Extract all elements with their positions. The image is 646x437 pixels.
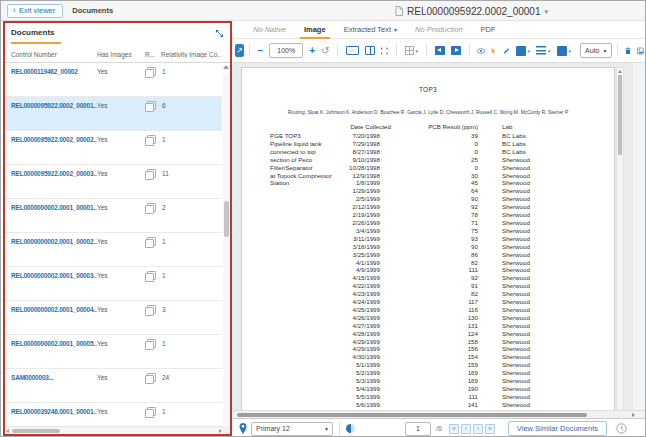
page-navigation: « ‹ › » <box>449 424 495 434</box>
document-list-row[interactable]: REL0000000002.0001_00003.. Yes 1 <box>5 267 222 301</box>
zoom-in-button[interactable]: + <box>309 45 315 56</box>
scroll-left-arrow-icon[interactable] <box>6 429 9 433</box>
image-pages-icon <box>145 101 156 112</box>
page-nav-button[interactable]: › <box>473 424 483 434</box>
column-r-truncated[interactable]: R... <box>145 51 155 58</box>
document-list-row[interactable]: REL0000119462_00002 Yes 1 <box>5 63 222 97</box>
scroll-right-arrow-icon[interactable] <box>219 429 222 433</box>
scroll-up-arrow-icon[interactable] <box>223 65 229 69</box>
date-collected-value: 4/29/1999 <box>242 345 394 353</box>
tab-image[interactable]: Image <box>304 25 326 34</box>
lab-value: Sherwood <box>478 345 614 353</box>
page-vertical-scrollbar[interactable] <box>616 67 624 416</box>
document-table-row: 4/22/1999 91 Sherwood <box>242 282 614 290</box>
document-list-row[interactable]: REL0000039246.0001_00001.. Yes 1 <box>5 403 222 426</box>
control-number-link[interactable]: REL0000095922.0002_00001.. <box>11 102 97 109</box>
imaging-profile-select[interactable]: Primary 12 ▾ <box>251 422 333 436</box>
date-collected-value: 5/3/1999 <box>242 377 394 385</box>
pcb-result-value: 169 <box>394 369 478 377</box>
history-clock-icon[interactable] <box>616 423 627 434</box>
scroll-right-arrow-icon[interactable] <box>632 413 635 417</box>
column-relativity-image-count[interactable]: Relativity Image Co.. <box>161 51 225 58</box>
document-table-row: 3/25/1999 86 Sherwood <box>242 251 614 259</box>
document-list-row[interactable]: SAM0000003... Yes 24 <box>5 369 222 403</box>
pcb-result-value: 64 <box>394 187 478 195</box>
trash-icon[interactable] <box>625 46 631 56</box>
tab-pdf[interactable]: PDF <box>481 25 496 34</box>
document-table-row: 9/10/1998 25 Sherwood <box>242 156 614 164</box>
documents-horizontal-scrollbar[interactable] <box>5 426 223 434</box>
show-highlights-eye-icon[interactable] <box>477 47 485 55</box>
document-page[interactable]: TOP3 Routing: Sloat K. Johnson K. Anders… <box>241 67 615 416</box>
control-number-link[interactable]: REL0000000002.0001_00003.. <box>11 272 97 279</box>
date-collected-value: 4/25/1999 <box>242 306 394 314</box>
page-horizontal-scrollbar[interactable] <box>233 410 646 418</box>
selector-pointer-icon[interactable] <box>491 46 496 56</box>
highlight-profile-selector[interactable]: ▾ <box>536 46 551 55</box>
image-pages-icon <box>145 135 156 146</box>
scrollbar-thumb[interactable] <box>12 429 60 433</box>
next-image-icon[interactable] <box>451 46 461 55</box>
page-nav-button[interactable]: « <box>449 424 459 434</box>
layout-selector[interactable]: ▾ <box>405 46 419 55</box>
exit-viewer-button[interactable]: ‹ Exit viewer <box>7 4 63 18</box>
markup-set-select[interactable]: Auto ▾ <box>580 43 611 58</box>
control-number-link[interactable]: REL0000000002.0001_00005.. <box>11 340 97 347</box>
documents-list: REL0000119462_00002 Yes 1 REL0000095922.… <box>5 63 222 426</box>
relativity-image-count-value: 1 <box>162 68 166 75</box>
control-number-link[interactable]: REL0000119462_00002 <box>11 68 97 75</box>
document-list-row[interactable]: REL0000000002.0001_00004.. Yes 3 <box>5 301 222 335</box>
lab-value: Sherwood <box>478 330 614 338</box>
relativity-image-count-value: 1 <box>162 238 166 245</box>
control-number-link[interactable]: SAM0000003... <box>11 374 97 381</box>
lab-value: Sherwood <box>478 401 614 409</box>
scrollbar-thumb[interactable] <box>618 75 622 155</box>
document-list-row[interactable]: REL0000095922.0002_00001.. Yes 6 <box>5 97 222 131</box>
page-nav-button[interactable]: » <box>485 424 495 434</box>
control-number-link[interactable]: REL0000000002.0001_00001.. <box>11 204 97 211</box>
control-number-link[interactable]: REL0000095922.0002_00003.. <box>11 170 97 177</box>
document-list-row[interactable]: REL0000095922.0002_00003.. Yes 11 <box>5 165 222 199</box>
fit-actual-size-icon[interactable] <box>381 46 388 56</box>
scrollbar-thumb[interactable] <box>237 413 587 418</box>
page-number-input[interactable] <box>405 422 431 436</box>
page-nav-button[interactable]: ‹ <box>461 424 471 434</box>
document-list-row[interactable]: REL0000000002.0001_00005.. Yes 1 <box>5 335 222 369</box>
zoom-out-button[interactable]: − <box>257 45 263 56</box>
relativity-image-count-value: 2 <box>162 204 166 211</box>
rotate-icon[interactable]: ↺ <box>321 45 329 56</box>
document-list-row[interactable]: REL0000095922.0002_00002.. Yes 1 <box>5 131 222 165</box>
fit-two-page-icon[interactable] <box>365 46 375 55</box>
image-pages-icon <box>145 237 156 248</box>
redaction-color-selector[interactable]: ▾ <box>557 46 572 56</box>
scrollbar-thumb[interactable] <box>224 201 229 237</box>
control-number-link[interactable]: REL0000039246.0001_00001.. <box>11 408 97 415</box>
documents-vertical-scrollbar[interactable] <box>223 73 230 425</box>
save-image-icon[interactable] <box>637 46 644 56</box>
document-list-row[interactable]: REL0000000002.0001_00001.. Yes 2 <box>5 199 222 233</box>
pcb-result-value: 90 <box>394 243 478 251</box>
date-collected-value: 3/25/1999 <box>242 251 394 259</box>
column-control-number[interactable]: Control Number <box>11 51 57 58</box>
document-table-row: 3/11/1999 93 Sherwood <box>242 235 614 243</box>
control-number-link[interactable]: REL0000000002.0001_00002.. <box>11 238 97 245</box>
fit-width-icon[interactable]: ↔ <box>346 46 359 55</box>
column-has-images[interactable]: Has Images <box>97 51 132 58</box>
date-collected-value: 10/28/1998 <box>242 164 394 172</box>
pen-icon[interactable] <box>503 46 510 56</box>
document-table-row: 8/27/1998 0 BC Labs <box>242 148 614 156</box>
document-title-dropdown[interactable]: REL0000095922.0002_00001 ▾ <box>395 1 548 21</box>
zoom-level-input[interactable] <box>269 43 303 58</box>
view-similar-documents-button[interactable]: View Similar Documents <box>508 421 607 436</box>
tab-extracted-text[interactable]: Extracted Text▾ <box>344 25 397 34</box>
collapse-panel-icon[interactable] <box>215 29 224 38</box>
previous-image-icon[interactable] <box>435 46 445 55</box>
pop-out-viewer-icon[interactable]: ↗ <box>235 44 244 57</box>
contrast-toggle-icon[interactable] <box>346 424 355 433</box>
scroll-up-arrow-icon[interactable] <box>618 70 622 73</box>
control-number-link[interactable]: REL0000095922.0002_00002.. <box>11 136 97 143</box>
has-images-value: Yes <box>97 374 108 381</box>
document-list-row[interactable]: REL0000000002.0001_00002.. Yes 1 <box>5 233 222 267</box>
highlight-color-selector[interactable]: ▾ <box>516 46 531 56</box>
control-number-link[interactable]: REL0000000002.0001_00004.. <box>11 306 97 313</box>
